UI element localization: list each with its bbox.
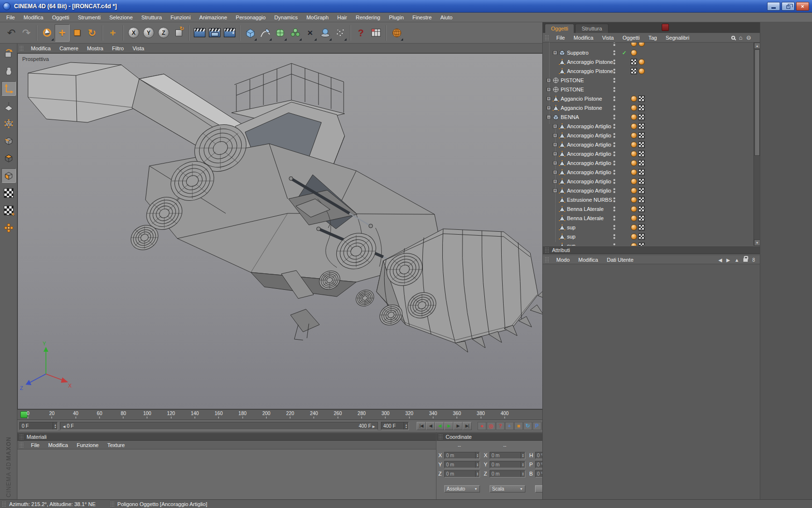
visibility-dots[interactable] xyxy=(613,170,615,175)
timeline-ruler[interactable]: 0204060801001201401601802002202402602803… xyxy=(17,409,579,420)
attr-menu-modifica[interactable]: Modifica xyxy=(574,255,603,265)
modeling-icon[interactable] xyxy=(288,24,303,42)
visibility-dots[interactable] xyxy=(613,207,615,211)
history-forward-icon[interactable]: ▶ xyxy=(726,257,730,263)
end-frame-field[interactable]: 400 F ▲▼ xyxy=(381,422,409,430)
position-field-y[interactable]: 0 m▲▼ xyxy=(444,461,480,468)
model-mode-icon[interactable] xyxy=(1,64,16,78)
expand-branch-icon[interactable]: + xyxy=(553,124,557,128)
points-mode-icon[interactable] xyxy=(1,116,16,131)
materials-menu-texture[interactable]: Texture xyxy=(103,440,129,450)
tree-item-ancoraggio-pistone[interactable]: Ancoraggio Pistone xyxy=(543,57,760,66)
panel-grip[interactable] xyxy=(19,45,24,51)
command-table-icon[interactable] xyxy=(368,24,383,42)
record-parameter-icon[interactable]: P xyxy=(533,422,541,430)
tree-item-ancoraggio-artiglio[interactable]: +Ancoraggio Artiglio xyxy=(543,167,760,177)
materials-menu-modifica[interactable]: Modifica xyxy=(44,440,72,450)
panel-grip[interactable] xyxy=(2,501,6,507)
expand-branch-icon[interactable]: + xyxy=(553,179,557,183)
attr-menu-modo[interactable]: Modo xyxy=(552,255,574,265)
tree-item-sup[interactable]: sup xyxy=(543,223,760,232)
menu-rendering[interactable]: Rendering xyxy=(351,13,385,22)
texture-tag-icon[interactable] xyxy=(638,105,645,111)
redo-icon[interactable]: ↷ xyxy=(19,24,34,42)
visibility-dots[interactable] xyxy=(613,188,615,193)
visibility-dots[interactable] xyxy=(613,216,615,221)
play-backwards-icon[interactable]: ◀ xyxy=(435,422,444,430)
spline-icon[interactable] xyxy=(258,24,273,42)
move-icon[interactable]: + xyxy=(55,24,70,42)
goto-start-icon[interactable]: |◀ xyxy=(417,422,426,430)
materials-list[interactable] xyxy=(17,449,436,499)
phong-tag-icon[interactable] xyxy=(631,169,637,175)
phong-tag-icon[interactable] xyxy=(631,95,637,102)
globe-icon[interactable] xyxy=(389,24,404,42)
home-icon[interactable]: ⌂ xyxy=(739,35,742,41)
visibility-dots[interactable] xyxy=(613,197,615,202)
expand-branch-icon[interactable]: + xyxy=(553,142,557,147)
tree-item-aggancio-pistone[interactable]: +Aggancio Pistone xyxy=(543,103,760,112)
texture-mode-icon[interactable] xyxy=(1,186,16,200)
particles-icon[interactable] xyxy=(333,24,348,42)
panel-grip[interactable] xyxy=(545,247,549,253)
texture-tag-icon[interactable] xyxy=(638,187,645,194)
texture-tag-icon[interactable] xyxy=(638,178,645,184)
tree-item-sup[interactable]: sup xyxy=(543,241,760,246)
record-keyframe-icon[interactable]: ● xyxy=(478,422,486,430)
phong-tag-icon[interactable] xyxy=(631,215,637,221)
tree-item-benna-laterale[interactable]: Benna LAterale xyxy=(543,204,760,213)
visibility-dots[interactable] xyxy=(613,234,615,239)
enabled-check-icon[interactable]: ✓ xyxy=(622,49,626,56)
undo-icon[interactable]: ↶ xyxy=(4,24,19,42)
texture-tag-icon[interactable] xyxy=(638,169,645,175)
visibility-dots[interactable] xyxy=(613,105,615,110)
expand-branch-icon[interactable]: + xyxy=(553,50,557,55)
last-tool-icon[interactable]: + xyxy=(105,24,120,42)
expand-branch-icon[interactable]: + xyxy=(547,87,551,91)
texture-tag-icon[interactable] xyxy=(638,196,645,203)
autokey-icon[interactable]: ◎ xyxy=(487,422,495,430)
tab-struttura[interactable]: Struttura xyxy=(575,24,608,33)
history-back-icon[interactable]: ◀ xyxy=(718,257,722,263)
visibility-dots[interactable] xyxy=(613,96,615,101)
keyframe-selection-icon[interactable]: ? xyxy=(496,422,505,430)
visibility-dots[interactable] xyxy=(613,133,615,138)
phong-tag-icon[interactable] xyxy=(631,150,637,157)
tree-item-sup[interactable]: sup xyxy=(543,232,760,241)
position-field-x[interactable]: 0 m▲▼ xyxy=(444,452,480,459)
tree-item-ancoraggio-artiglio[interactable]: +Ancoraggio Artiglio xyxy=(543,186,760,195)
tree-item-ancoraggio-artiglio[interactable]: +Ancoraggio Artiglio xyxy=(543,140,760,149)
visibility-dots[interactable] xyxy=(613,115,615,120)
phong-tag-icon[interactable] xyxy=(631,114,637,120)
menu-modifica[interactable]: Modifica xyxy=(19,13,48,22)
phong-tag-icon[interactable] xyxy=(631,43,637,46)
tree-item-benna-laterale[interactable]: Benna LAterale xyxy=(543,213,760,223)
phong-tag-icon[interactable] xyxy=(638,68,645,74)
visibility-dots[interactable] xyxy=(613,50,615,55)
scale-select[interactable]: Scala▼ xyxy=(490,485,525,493)
materials-menu-file[interactable]: File xyxy=(27,440,44,450)
om-menu-vista[interactable]: Vista xyxy=(598,33,618,43)
menu-oggetti[interactable]: Oggetti xyxy=(48,13,73,22)
record-scale-icon[interactable]: ■ xyxy=(514,422,523,430)
phong-tag-icon[interactable] xyxy=(631,196,637,203)
axis-mode-icon[interactable] xyxy=(1,81,16,96)
phong-tag-icon[interactable] xyxy=(631,132,637,138)
texture-tag-icon[interactable] xyxy=(638,150,645,157)
texture-tag-icon[interactable] xyxy=(631,68,637,74)
menu-selezione[interactable]: Selezione xyxy=(105,13,137,22)
make-editable-icon[interactable] xyxy=(1,46,16,61)
visibility-dots[interactable] xyxy=(613,69,615,74)
visibility-dots[interactable] xyxy=(613,124,615,129)
texture-tag-icon[interactable] xyxy=(631,59,637,65)
render-view-icon[interactable] xyxy=(192,24,207,42)
timeline-range-slider[interactable]: ◀ 0 F 400 F ▶ xyxy=(60,422,378,430)
tree-item-ancoraggio-pistone[interactable]: Ancoraggio Pistone xyxy=(543,66,760,75)
next-frame-icon[interactable]: ▶ xyxy=(453,422,463,430)
primitive-cube-icon[interactable] xyxy=(243,24,258,42)
visibility-dots[interactable] xyxy=(613,60,615,64)
record-position-icon[interactable]: + xyxy=(505,422,514,430)
render-settings-icon[interactable]: * xyxy=(222,24,237,42)
position-field-z[interactable]: 0 m▲▼ xyxy=(444,470,480,478)
expand-branch-icon[interactable]: + xyxy=(547,78,551,82)
